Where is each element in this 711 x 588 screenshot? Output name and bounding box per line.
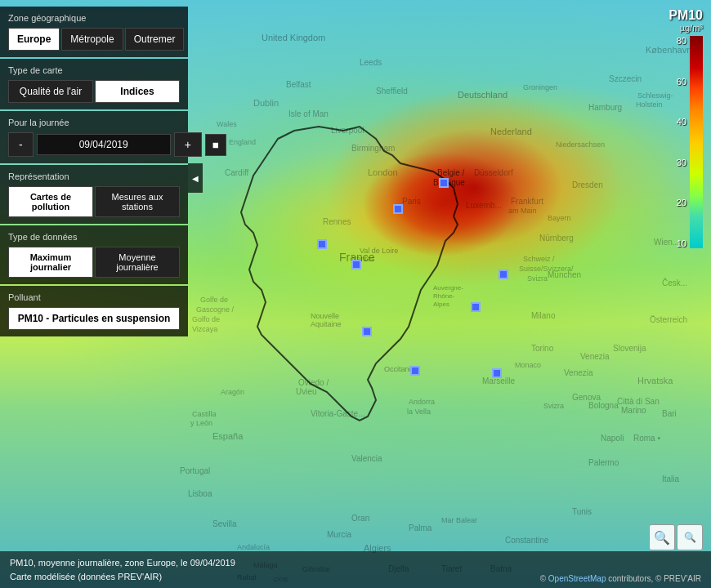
- polluant-panel: Polluant PM10 - Particules en suspension: [0, 286, 188, 336]
- date-calendar-button[interactable]: ■: [205, 134, 226, 156]
- station-marker: [362, 327, 372, 336]
- type-qualite-button[interactable]: Qualité de l'air: [8, 80, 93, 103]
- station-marker: [317, 239, 327, 249]
- rep-stations-button[interactable]: Mesures aux stations: [95, 186, 180, 217]
- donnees-max-button[interactable]: Maximum journalier: [8, 247, 93, 278]
- date-minus-button[interactable]: -: [8, 132, 34, 157]
- type-donnees-panel: Type de données Maximum journalier Moyen…: [0, 225, 188, 284]
- representation-title: Représentation: [8, 172, 180, 181]
- attribution-text: © OpenStreetMap contributors, © PREV'AIR: [540, 574, 701, 583]
- journee-panel: Pour la journée - + ■: [0, 111, 188, 163]
- station-marker: [492, 368, 502, 378]
- station-marker: [439, 178, 449, 188]
- donnees-moy-button[interactable]: Moyenne journalière: [95, 247, 180, 278]
- date-input[interactable]: [37, 134, 171, 155]
- zoom-controls: 🔍 🔍: [649, 524, 703, 550]
- legend: PM10 µg/m³ 80 60 40 30 20 10: [669, 8, 703, 248]
- type-carte-title: Type de carte: [8, 65, 180, 75]
- station-marker: [499, 270, 508, 279]
- type-donnees-buttons: Maximum journalier Moyenne journalière: [8, 247, 180, 278]
- sidebar-collapse-button[interactable]: ◀: [188, 163, 203, 193]
- rep-pollution-button[interactable]: Cartes de pollution: [8, 186, 93, 217]
- bottom-bar: PM10, moyenne journalière, zone Europe, …: [0, 551, 711, 588]
- zone-panel: Zone géographique Europe Métropole Outre…: [0, 7, 188, 57]
- zone-buttons: Europe Métropole Outremer: [8, 28, 180, 51]
- journee-title: Pour la journée: [8, 118, 180, 127]
- zone-outremer-button[interactable]: Outremer: [125, 28, 185, 51]
- legend-title: PM10: [669, 8, 703, 23]
- date-plus-button[interactable]: +: [174, 132, 202, 157]
- zone-title: Zone géographique: [8, 13, 180, 23]
- polluant-title: Polluant: [8, 292, 180, 302]
- representation-buttons: Cartes de pollution Mesures aux stations: [8, 186, 180, 217]
- polluant-button[interactable]: PM10 - Particules en suspension: [8, 307, 180, 330]
- representation-panel: Représentation Cartes de pollution Mesur…: [0, 165, 188, 224]
- bottom-attribution: © OpenStreetMap contributors, © PREV'AIR: [540, 574, 701, 583]
- type-indices-button[interactable]: Indices: [95, 80, 180, 103]
- bottom-text: PM10, moyenne journalière, zone Europe, …: [10, 556, 235, 583]
- station-marker: [471, 302, 481, 312]
- legend-gradient: [690, 36, 703, 248]
- station-marker: [393, 204, 403, 214]
- station-marker: [410, 366, 420, 376]
- zone-metropole-button[interactable]: Métropole: [61, 28, 123, 51]
- zoom-out-button[interactable]: 🔍: [677, 524, 703, 550]
- station-marker: [351, 260, 361, 270]
- legend-unit: µg/m³: [669, 23, 703, 33]
- bottom-line1: PM10, moyenne journalière, zone Europe, …: [10, 556, 235, 570]
- type-carte-panel: Type de carte Qualité de l'air Indices: [0, 59, 188, 109]
- zone-europe-button[interactable]: Europe: [8, 28, 60, 51]
- zoom-in-button[interactable]: 🔍: [649, 524, 675, 550]
- type-donnees-title: Type de données: [8, 232, 180, 242]
- type-carte-buttons: Qualité de l'air Indices: [8, 80, 180, 103]
- date-row: - + ■: [8, 132, 180, 157]
- legend-labels: 80 60 40 30 20 10: [677, 36, 686, 248]
- map-container[interactable]: Belgie / Belgique France Val de Loire No…: [0, 0, 711, 588]
- bottom-line2: Carte modélisée (données PREV'AIR): [10, 570, 235, 584]
